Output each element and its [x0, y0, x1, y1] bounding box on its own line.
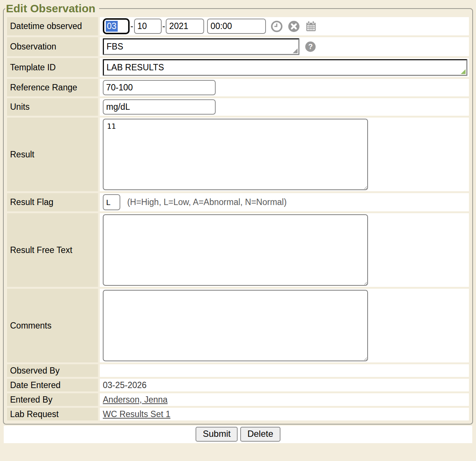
result-flag-hint: (H=High, L=Low, A=Abnormal, N=Normal)	[127, 197, 286, 207]
comments-textarea[interactable]	[103, 290, 368, 361]
observation-label: Observation	[7, 37, 98, 56]
units-input[interactable]	[103, 99, 216, 115]
lab-request-label: Lab Request	[7, 408, 98, 420]
clear-icon[interactable]	[288, 20, 300, 33]
lab-request-link[interactable]: WC Results Set 1	[103, 409, 171, 419]
units-label: Units	[7, 98, 98, 116]
svg-text:?: ?	[308, 42, 312, 51]
edit-observation-form: Edit Observation Datetime observed 03 - …	[3, 2, 473, 443]
observation-input[interactable]	[103, 38, 299, 55]
observation-form-table: Datetime observed 03 - -	[5, 15, 471, 422]
row-result-flag: Result Flag (H=High, L=Low, A=Abnormal, …	[7, 193, 469, 211]
date-separator: -	[130, 21, 133, 31]
result-textarea[interactable]: 11	[103, 119, 368, 190]
date-entered-label: Date Entered	[7, 379, 98, 391]
row-datetime-observed: Datetime observed 03 - -	[7, 17, 469, 35]
datetime-observed-label: Datetime observed	[7, 17, 98, 35]
date-separator: -	[162, 21, 165, 31]
selected-text: 03	[106, 21, 118, 32]
template-id-input[interactable]	[103, 59, 467, 76]
row-observed-by: Observed By	[7, 364, 469, 377]
edit-observation-page: Edit Observation Datetime observed 03 - …	[0, 0, 476, 443]
row-observation: Observation ?	[7, 37, 469, 56]
observed-by-value	[100, 364, 469, 377]
datetime-month-input[interactable]: 03	[103, 18, 130, 34]
row-date-entered: Date Entered 03-25-2026	[7, 379, 469, 391]
submit-button[interactable]: Submit	[196, 427, 238, 442]
row-units: Units	[7, 98, 469, 116]
row-result-free-text: Result Free Text	[7, 213, 469, 287]
result-free-text-label: Result Free Text	[7, 213, 98, 287]
row-reference-range: Reference Range	[7, 79, 469, 96]
entered-by-label: Entered By	[7, 393, 98, 406]
help-icon[interactable]: ?	[305, 41, 316, 52]
reference-range-label: Reference Range	[7, 79, 98, 96]
reference-range-input[interactable]	[103, 80, 216, 95]
template-id-label: Template ID	[7, 58, 98, 77]
row-lab-request: Lab Request WC Results Set 1	[7, 408, 469, 420]
result-flag-label: Result Flag	[7, 193, 98, 211]
row-template-id: Template ID	[7, 58, 469, 77]
entered-by-link[interactable]: Anderson, Jenna	[103, 395, 168, 404]
calendar-icon[interactable]	[305, 20, 317, 33]
result-free-text-textarea[interactable]	[103, 214, 368, 286]
datetime-day-input[interactable]	[134, 19, 162, 34]
result-flag-input[interactable]	[103, 194, 120, 210]
delete-button[interactable]: Delete	[240, 427, 280, 442]
datetime-year-input[interactable]	[166, 19, 204, 34]
row-entered-by: Entered By Anderson, Jenna	[7, 393, 469, 406]
row-comments: Comments	[7, 289, 469, 362]
result-label: Result	[7, 118, 98, 191]
date-entered-value: 03-25-2026	[100, 379, 469, 391]
observed-by-label: Observed By	[7, 364, 98, 377]
page-title: Edit Observation	[5, 2, 99, 15]
clock-icon[interactable]	[270, 20, 283, 33]
row-result: Result 11	[7, 118, 469, 191]
comments-label: Comments	[7, 289, 98, 362]
form-button-bar: Submit Delete	[4, 426, 472, 443]
datetime-time-input[interactable]	[207, 19, 266, 34]
edit-observation-fieldset: Edit Observation Datetime observed 03 - …	[3, 2, 473, 425]
